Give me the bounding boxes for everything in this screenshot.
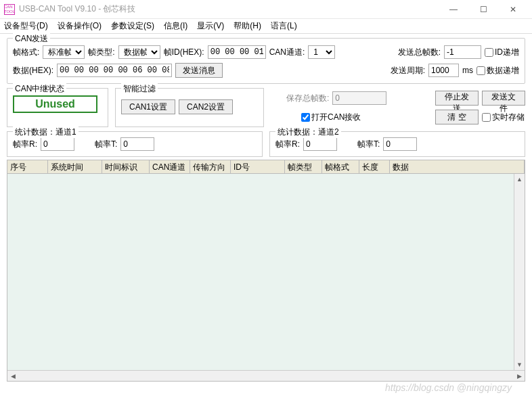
smart-filter-group: 智能过滤 CAN1设置 CAN2设置 (115, 88, 264, 127)
menu-display[interactable]: 显示(V) (197, 20, 224, 32)
can-channel-label: CAN通道: (269, 47, 305, 58)
stats-channel2-group: 统计数据：通道2 帧率R: 帧率T: (269, 131, 525, 157)
scroll-down-icon[interactable]: ▼ (514, 359, 525, 370)
frame-type-select[interactable]: 数据帧 (118, 45, 160, 59)
data-table: 序号 系统时间 时间标识 CAN通道 传输方向 ID号 帧类型 帧格式 长度 数… (7, 160, 525, 382)
col-data[interactable]: 数据 (390, 160, 525, 173)
maximize-button[interactable]: ☐ (468, 1, 498, 18)
data-hex-label: 数据(HEX): (13, 65, 53, 76)
stop-send-button[interactable]: 停止发送 (435, 91, 479, 106)
menu-info[interactable]: 信息(I) (164, 20, 187, 32)
vertical-scrollbar[interactable]: ▲ ▼ (514, 174, 525, 370)
menubar: 设备型号(D) 设备操作(O) 参数设定(S) 信息(I) 显示(V) 帮助(H… (0, 19, 532, 34)
rate-t2-input[interactable] (383, 137, 417, 151)
frame-id-label: 帧ID(HEX): (164, 47, 204, 58)
rate-t1-input[interactable] (120, 137, 154, 151)
rate-r2-input[interactable] (303, 137, 337, 151)
menu-param[interactable]: 参数设定(S) (111, 20, 154, 32)
save-total-input (332, 91, 386, 105)
minimize-button[interactable]: — (439, 1, 468, 18)
send-total-label: 发送总帧数: (398, 47, 441, 58)
table-body: ▲ ▼ (7, 174, 525, 370)
col-timemark[interactable]: 时间标识 (102, 160, 150, 173)
stats-channel1-group: 统计数据：通道1 帧率R: 帧率T: (7, 131, 263, 157)
app-icon: CANTOOL (4, 4, 15, 15)
realtime-save-checkbox[interactable]: 实时存储 (482, 112, 525, 123)
save-total-label: 保存总帧数: (286, 93, 329, 104)
send-period-label: 发送周期: (391, 65, 425, 76)
rate-r2-label: 帧率R: (275, 139, 300, 150)
id-increment-checkbox[interactable]: ID递增 (485, 47, 519, 58)
menu-lang[interactable]: 语言(L) (271, 20, 297, 32)
col-dir[interactable]: 传输方向 (190, 160, 231, 173)
can-channel-select[interactable]: 1 (308, 45, 335, 59)
frame-type-label: 帧类型: (88, 47, 114, 58)
stats2-legend: 统计数据：通道2 (275, 127, 341, 138)
col-canch[interactable]: CAN通道 (150, 160, 190, 173)
can2-settings-button[interactable]: CAN2设置 (179, 99, 233, 114)
menu-help[interactable]: 帮助(H) (234, 20, 261, 32)
frame-format-label: 帧格式: (13, 47, 39, 58)
send-period-input[interactable] (428, 64, 459, 77)
send-file-button[interactable]: 发送文件 (482, 91, 525, 106)
stats1-legend: 统计数据：通道1 (13, 127, 79, 138)
can-send-group: CAN发送 帧格式: 标准帧 帧类型: 数据帧 帧ID(HEX): CAN通道:… (7, 38, 525, 84)
filter-legend: 智能过滤 (121, 83, 158, 95)
can1-settings-button[interactable]: CAN1设置 (121, 99, 175, 114)
data-hex-input[interactable] (57, 64, 172, 77)
scroll-up-icon[interactable]: ▲ (514, 174, 525, 185)
frame-id-input[interactable] (208, 45, 266, 59)
data-increment-checkbox[interactable]: 数据递增 (476, 65, 519, 76)
menu-device-op[interactable]: 设备操作(O) (58, 20, 102, 32)
can-send-legend: CAN发送 (13, 33, 50, 45)
clear-button[interactable]: 清 空 (435, 110, 479, 124)
rate-r1-input[interactable] (41, 137, 74, 151)
col-seq[interactable]: 序号 (7, 160, 48, 173)
relay-status-badge: Unused (13, 95, 97, 113)
col-ftype[interactable]: 帧类型 (285, 160, 322, 173)
menu-device-model[interactable]: 设备型号(D) (4, 20, 48, 32)
window-title: USB-CAN Tool V9.10 - 创芯科技 (19, 3, 439, 15)
send-total-input[interactable] (444, 45, 481, 59)
period-unit: ms (462, 66, 473, 75)
rate-r1-label: 帧率R: (13, 139, 37, 150)
rate-t2-label: 帧率T: (357, 139, 380, 150)
rate-t1-label: 帧率T: (95, 139, 117, 150)
send-message-button[interactable]: 发送消息 (175, 63, 223, 78)
relay-status-group: CAN中继状态 Unused (7, 88, 108, 127)
scroll-left-icon[interactable]: ◀ (7, 371, 18, 381)
close-button[interactable]: ✕ (498, 1, 528, 18)
scroll-right-icon[interactable]: ▶ (514, 371, 525, 381)
col-ffmt[interactable]: 帧格式 (322, 160, 359, 173)
horizontal-scrollbar[interactable]: ◀ ▶ (7, 370, 525, 381)
table-header: 序号 系统时间 时间标识 CAN通道 传输方向 ID号 帧类型 帧格式 长度 数… (7, 160, 525, 174)
titlebar: CANTOOL USB-CAN Tool V9.10 - 创芯科技 — ☐ ✕ (0, 0, 532, 19)
open-can-recv-checkbox[interactable]: 打开CAN接收 (301, 112, 361, 123)
col-systime[interactable]: 系统时间 (48, 160, 102, 173)
relay-legend: CAN中继状态 (13, 83, 66, 95)
col-id[interactable]: ID号 (231, 160, 285, 173)
col-len[interactable]: 长度 (359, 160, 390, 173)
frame-format-select[interactable]: 标准帧 (43, 45, 85, 59)
